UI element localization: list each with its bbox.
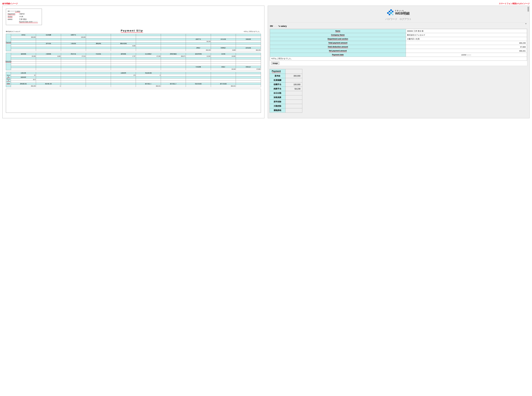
sum-paydate-value: 10/25/ — [406, 53, 527, 57]
cell: 458,239 — [11, 85, 36, 87]
cell — [136, 59, 161, 62]
cell — [236, 76, 261, 78]
cell: 休日出勤 — [211, 38, 236, 40]
cell — [161, 81, 186, 83]
cell — [161, 38, 186, 40]
phone-frame: CELLS WEB明細 パスワード ログアウト 09/'s salary Nam… — [268, 6, 530, 118]
cell — [161, 36, 186, 38]
cell — [186, 76, 211, 78]
cell — [61, 57, 86, 59]
cell — [186, 42, 211, 45]
sum-greeting: 今月もご苦労さまでした。 — [270, 57, 527, 61]
cell — [211, 76, 236, 78]
cell — [111, 81, 136, 83]
cell — [136, 57, 161, 59]
cell: 役員報酬 — [36, 34, 61, 36]
sum-net-label: Net payment amount — [329, 50, 347, 52]
cell — [136, 62, 161, 64]
cell — [86, 49, 111, 51]
service-side-label: Service — [7, 75, 10, 78]
dropdown-arrow-icon[interactable] — [270, 23, 527, 24]
cell — [36, 62, 61, 64]
cell — [236, 34, 261, 36]
cell: 18,000 — [211, 55, 236, 57]
scrollbar[interactable] — [528, 7, 529, 117]
image-button[interactable]: Image — [271, 62, 279, 65]
payslip-image-column: 給与明細イメージ 09/'s salary Department 2 藤沢店 S… — [2, 2, 264, 118]
cell: 466,239 — [236, 49, 261, 51]
emp-code: 000002 — [8, 18, 19, 20]
cell — [61, 38, 86, 40]
cell — [86, 38, 111, 40]
cell: 30,540 — [211, 68, 236, 70]
cell — [111, 64, 136, 66]
cell — [161, 57, 186, 59]
emp-name: 三井 啓太 — [19, 18, 27, 20]
cell — [161, 72, 186, 74]
cell — [211, 57, 236, 59]
cell: 2,797 — [111, 55, 136, 57]
cell: 残業手当 — [186, 38, 211, 40]
detail-label: 役職手当 — [270, 82, 285, 87]
cell — [11, 66, 36, 68]
phone-nav: パスワード ログアウト — [270, 17, 527, 23]
deduction-block: Deduction 健康保険介護保険厚生年金年金基金雇用保険社会保険計課税対象額… — [6, 53, 261, 70]
nav-password-link[interactable]: パスワード — [385, 18, 397, 20]
cell — [111, 57, 136, 59]
cell: 1 — [36, 85, 61, 87]
sum-totalpay-label: Total payment amount — [328, 42, 347, 44]
cell — [236, 81, 261, 83]
svg-rect-2 — [392, 11, 393, 12]
cell — [86, 68, 111, 70]
cell — [11, 42, 36, 45]
cell — [236, 74, 261, 76]
cell — [61, 72, 86, 74]
cell — [61, 78, 86, 81]
right-caption: スマートフォン画面からのイメージ — [268, 2, 530, 5]
cell — [236, 59, 261, 62]
svg-rect-4 — [390, 12, 392, 14]
svg-rect-6 — [392, 14, 393, 15]
cell — [36, 72, 61, 74]
cell: 健康保険 — [11, 53, 36, 55]
cell — [61, 68, 86, 70]
cell: 12,540 — [186, 55, 211, 57]
cell — [236, 36, 261, 38]
phone-period-title: 09/'s salary — [270, 25, 527, 27]
cell — [236, 53, 261, 55]
cell — [36, 59, 61, 62]
cell — [236, 72, 261, 74]
cell: 非課税計 — [211, 47, 236, 49]
cell: 58,239 — [186, 40, 211, 42]
cell — [111, 68, 136, 70]
cell — [11, 47, 36, 49]
cell — [211, 81, 236, 83]
cell — [236, 85, 261, 87]
cell — [86, 74, 111, 76]
cell — [111, 47, 136, 49]
detail-value — [285, 78, 302, 82]
cell — [211, 59, 236, 62]
cell — [61, 83, 86, 85]
cell: 37,515 — [61, 55, 86, 57]
cell — [86, 83, 111, 85]
cell — [236, 45, 261, 47]
payment-table: 基本給役員報酬役職手当 300,000100,000 残業手当休日出勤深夜残業 … — [11, 34, 261, 51]
detail-value — [285, 108, 302, 113]
cell: 出勤日数 — [11, 72, 36, 74]
cell: 20.3 — [11, 78, 36, 81]
cell: 8,000 — [211, 49, 236, 51]
cell — [111, 59, 136, 62]
cell: 年末調整 — [186, 66, 211, 68]
cell — [86, 66, 111, 68]
cell — [61, 66, 86, 68]
payment-detail-table: Payment 基本給300,000役員報酬役職手当100,000残業手当58,… — [270, 69, 302, 113]
cell — [211, 45, 236, 47]
cell — [86, 36, 111, 38]
cell: 390,971 — [161, 55, 186, 57]
cell — [61, 40, 86, 42]
cell — [211, 36, 236, 38]
cell — [136, 66, 161, 68]
sum-totalpay-value: 466,239 — [406, 41, 527, 45]
nav-logout-link[interactable]: ログアウト — [400, 18, 412, 20]
